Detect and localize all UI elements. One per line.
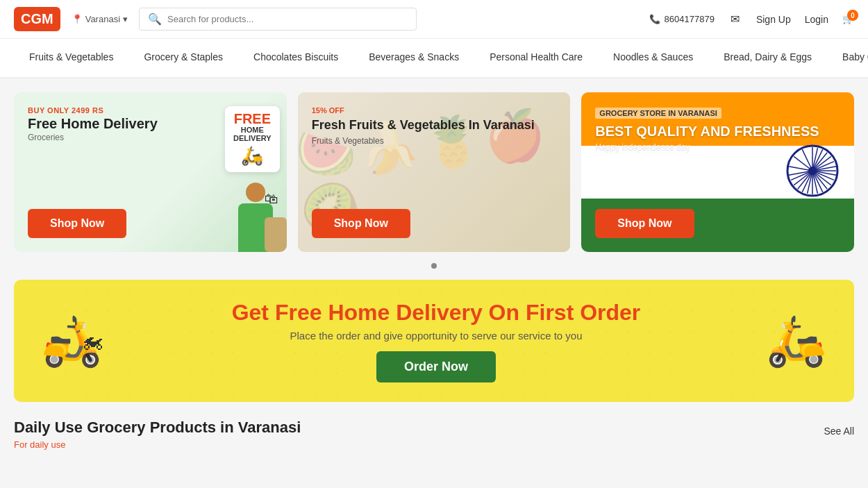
- promo-right-rider: 🛵: [766, 312, 826, 369]
- mail-icon[interactable]: ✉: [728, 12, 742, 26]
- banner-1-shop-btn[interactable]: Shop Now: [28, 209, 126, 238]
- banner-3-title: BEST QUALITY AND FRESHNESS: [595, 123, 840, 140]
- daily-section: Daily Use Grocery Products in Varanasi S…: [14, 419, 854, 450]
- search-icon: 🔍: [148, 12, 162, 26]
- section-title: Daily Use Grocery Products in Varanasi: [14, 419, 301, 437]
- main-content: BUY ONLY 2499 RS Free Home Delivery Groc…: [0, 78, 868, 475]
- section-header: Daily Use Grocery Products in Varanasi S…: [14, 419, 854, 437]
- search-input[interactable]: [167, 14, 408, 24]
- login-button[interactable]: Login: [805, 14, 828, 25]
- header-right: 📞 8604177879 ✉ Sign Up Login 🛒 0: [649, 12, 854, 26]
- phone-icon: 📞: [649, 14, 660, 24]
- logo[interactable]: CGM: [14, 7, 60, 31]
- header: CGM 📍 Varanasi ▾ 🔍 📞 8604177879 ✉ Sign U…: [0, 0, 868, 39]
- location-selector[interactable]: 📍 Varanasi ▾: [72, 14, 128, 24]
- search-bar: 🔍: [139, 8, 417, 31]
- home-text: HOME: [233, 126, 272, 134]
- banner-2-title: Fresh Fruits & Vegetables In Varanasi: [312, 117, 557, 133]
- nav-item-health[interactable]: Personal Health Care: [474, 39, 598, 77]
- nav: Fruits & Vegetables Grocery & Staples Ch…: [0, 39, 868, 78]
- promo-center: Get Free Home Delivery On First Order Pl…: [106, 299, 766, 382]
- location-label: Varanasi: [85, 14, 120, 24]
- nav-item-bread[interactable]: Bread, Dairy & Eggs: [708, 39, 827, 77]
- banner-3-subtitle: Happy independence day: [595, 142, 840, 152]
- phone-info: 📞 8604177879: [649, 14, 715, 24]
- banner-3-shop-btn[interactable]: Shop Now: [595, 209, 694, 238]
- banner-card-2: 🍉🍌🍍🍎🥝 15% OFF Fresh Fruits & Vegetables …: [298, 92, 571, 252]
- phone-number: 8604177879: [665, 14, 715, 24]
- free-delivery-badge: FREE HOME DELIVERY 🛵: [225, 106, 280, 172]
- promo-left-rider: 🏍: [81, 328, 106, 354]
- cart-button[interactable]: 🛒 0: [842, 14, 854, 24]
- section-tag: For daily use: [14, 439, 854, 450]
- nav-item-noodles[interactable]: Noodles & Sauces: [598, 39, 708, 77]
- pin-icon: 📍: [72, 14, 83, 24]
- order-now-button[interactable]: Order Now: [376, 351, 496, 382]
- promo-banner: 🛵 🏍 Get Free Home Delivery On First Orde…: [14, 280, 854, 402]
- free-text: FREE: [233, 112, 272, 126]
- nav-item-fruits[interactable]: Fruits & Vegetables: [14, 39, 128, 77]
- nav-item-chocolates[interactable]: Chocolates Biscuits: [238, 39, 353, 77]
- see-all-button[interactable]: See All: [824, 426, 854, 437]
- signup-button[interactable]: Sign Up: [756, 14, 791, 25]
- banner-card-3: GROCERY STORE IN VARANASI BEST QUALITY A…: [581, 92, 854, 252]
- banner-2-tag: 15% OFF: [312, 106, 557, 115]
- banner-2-subtitle: Fruits & Vegetables: [312, 136, 557, 146]
- banner-2-shop-btn[interactable]: Shop Now: [312, 209, 410, 238]
- chevron-down-icon: ▾: [123, 14, 128, 24]
- carousel-dots: [14, 263, 854, 269]
- cart-badge: 0: [847, 10, 858, 21]
- dot-1[interactable]: [431, 263, 437, 269]
- nav-item-baby[interactable]: Baby Care: [827, 39, 868, 77]
- delivery-text: DELIVERY: [233, 134, 272, 142]
- scooter-icon: 🛵: [233, 145, 272, 167]
- banner-3-tag: GROCERY STORE IN VARANASI: [595, 108, 721, 119]
- promo-main-text: Get Free Home Delivery On First Order: [106, 299, 766, 326]
- banner-card-1: BUY ONLY 2499 RS Free Home Delivery Groc…: [14, 92, 287, 252]
- promo-sub-text: Place the order and give opportunity to …: [106, 330, 766, 342]
- nav-item-beverages[interactable]: Beverages & Snacks: [353, 39, 474, 77]
- banner-row: BUY ONLY 2499 RS Free Home Delivery Groc…: [14, 92, 854, 252]
- nav-item-grocery[interactable]: Grocery & Staples: [128, 39, 238, 77]
